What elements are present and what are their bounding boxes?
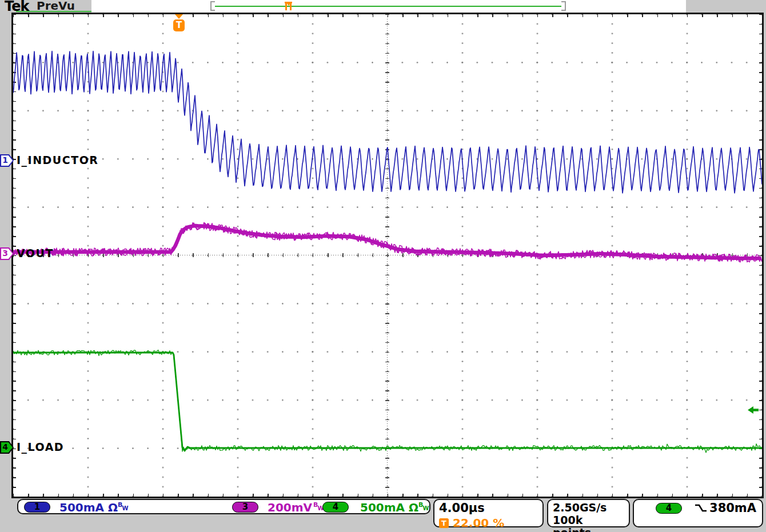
record-view-bar[interactable] bbox=[210, 1, 566, 11]
record-bracket-left bbox=[210, 1, 215, 11]
ch3-scale: 200mV bbox=[268, 501, 312, 514]
channel-3-label: VOUT bbox=[17, 247, 54, 259]
trace-i_load bbox=[13, 353, 762, 451]
timebase-box[interactable]: 4.00μs T 22.00 % bbox=[433, 499, 544, 527]
channel-4-number: 4 bbox=[2, 442, 9, 453]
channel-1-number: 1 bbox=[2, 155, 9, 166]
ch4-badge[interactable]: 4 bbox=[322, 502, 349, 513]
channel-1-reference-marker[interactable]: 1 bbox=[0, 154, 14, 167]
channel-4-label: I_LOAD bbox=[17, 441, 64, 453]
status-bar: 1 500mA ΩBW 3 200mV BW 4 500mA ΩBW 4.00μ… bbox=[0, 498, 766, 532]
ch1-scale: 500mA ΩBW bbox=[59, 501, 128, 514]
acquisition-box[interactable]: 2.50GS/s 100k points bbox=[547, 499, 630, 527]
trigger-position-percent: 22.00 % bbox=[453, 516, 504, 530]
trigger-position-marker[interactable]: T bbox=[173, 14, 185, 31]
time-per-division: 4.00μs bbox=[439, 501, 538, 515]
trigger-source-badge: 4 bbox=[656, 503, 682, 514]
brand-box: Tek PreVu bbox=[0, 0, 91, 13]
ch4-scale: 500mA ΩBW bbox=[360, 501, 429, 514]
trigger-position-arrow-icon bbox=[175, 14, 183, 19]
trace-i_load-noise bbox=[13, 350, 762, 453]
trigger-t-icon: T bbox=[173, 19, 185, 31]
record-bracket-right bbox=[561, 1, 566, 11]
top-right-filler bbox=[686, 0, 766, 13]
waveform-display bbox=[11, 13, 764, 498]
trigger-level-value: 380mA bbox=[709, 501, 756, 515]
trace-i_inductor bbox=[13, 51, 762, 193]
trigger-t-badge-icon: T bbox=[439, 518, 449, 528]
waveform-canvas bbox=[13, 14, 762, 497]
channel-1-label: I_INDUCTOR bbox=[17, 154, 98, 166]
record-trigger-position-marker[interactable] bbox=[285, 2, 292, 10]
ch4-bw-icon: BW bbox=[418, 501, 429, 514]
graticule bbox=[13, 14, 762, 497]
ch1-badge[interactable]: 1 bbox=[24, 502, 50, 513]
brand-underline bbox=[16, 11, 91, 12]
top-status-strip: Tek PreVu bbox=[0, 0, 766, 13]
ch1-bw-icon: BW bbox=[118, 501, 128, 514]
channel-3-number: 3 bbox=[2, 248, 9, 259]
record-length: 100k points bbox=[553, 514, 624, 532]
channel-readouts-box[interactable]: 1 500mA ΩBW 3 200mV BW 4 500mA ΩBW bbox=[17, 499, 430, 514]
ch3-badge[interactable]: 3 bbox=[232, 502, 258, 513]
channel-4-reference-marker[interactable]: 4 bbox=[0, 441, 14, 454]
record-line bbox=[215, 6, 561, 7]
trigger-readout-box[interactable]: 4 380mA bbox=[633, 499, 763, 527]
channel-3-reference-marker[interactable]: 3 bbox=[0, 247, 14, 260]
falling-edge-icon bbox=[695, 503, 707, 513]
sample-rate: 2.50GS/s bbox=[553, 501, 624, 514]
